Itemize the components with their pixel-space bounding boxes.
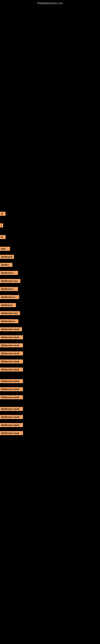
bottleneck-item: Bottleneck r: [0, 270, 100, 275]
bottleneck-label[interactable]: Bottleneck result: [0, 387, 23, 391]
bottleneck-label[interactable]: Bottleneck r: [0, 271, 18, 275]
bottleneck-label[interactable]: Bottleneck result: [0, 407, 23, 411]
bottleneck-label[interactable]: Bottleneck re: [0, 295, 19, 299]
bottleneck-label[interactable]: Bottleneck resu: [0, 311, 20, 315]
bottleneck-item: B: [0, 211, 100, 216]
bottleneck-label[interactable]: Bottleneck re: [0, 319, 18, 323]
bottleneck-item: Bottleneck: [0, 303, 100, 308]
bottleneck-label[interactable]: Bottleneck result: [0, 327, 22, 331]
bottleneck-label[interactable]: Bottlen: [0, 263, 12, 267]
bottleneck-item: Bottleneck result: [0, 422, 100, 428]
bottleneck-item: |: [0, 223, 100, 228]
bottleneck-item: Bottleneck result: [0, 414, 100, 420]
bottleneck-label[interactable]: B: [0, 235, 6, 239]
bottleneck-item: Bottleneck re: [0, 295, 100, 300]
bottleneck-item: Bottleneck result: [0, 395, 100, 400]
bottleneck-label[interactable]: Bottleneck result: [0, 343, 23, 347]
bottleneck-item: Bottleneck result: [0, 343, 100, 348]
bottleneck-label[interactable]: Bottleneck result: [0, 415, 23, 419]
bottleneck-item: Bottleneck result: [0, 359, 100, 364]
bottleneck-label[interactable]: Bottleneck result: [0, 395, 23, 399]
bottleneck-item: Bott: [0, 246, 100, 251]
bottleneck-label[interactable]: Bottleneck result: [0, 423, 23, 427]
bottleneck-label[interactable]: Bottleneck: [0, 255, 14, 259]
bottleneck-items-container: B|BBottBottleneckBottlenBottleneck rBott…: [0, 211, 100, 436]
bottleneck-item: Bottleneck result: [0, 367, 100, 372]
bottleneck-item: Bottleneck resu: [0, 311, 100, 316]
bottleneck-item: Bottleneck result: [0, 335, 100, 340]
site-title: TheBottlenecker.com: [37, 2, 63, 5]
bottleneck-item: Bottleneck re: [0, 319, 100, 324]
bottleneck-item: Bottleneck result: [0, 431, 100, 436]
bottleneck-item: Bottleneck result: [0, 387, 100, 392]
bottleneck-item: Bottleneck resu: [0, 278, 100, 283]
bottleneck-item: Bottlen: [0, 262, 100, 267]
bottleneck-item: Bottleneck result: [0, 379, 100, 384]
bottleneck-item: B: [0, 235, 100, 240]
bottleneck-label[interactable]: Bottleneck r: [0, 287, 18, 291]
bottleneck-item: Bottleneck result: [0, 351, 100, 356]
bottleneck-label[interactable]: Bott: [0, 247, 10, 251]
bottleneck-label[interactable]: |: [0, 224, 3, 228]
bottleneck-label[interactable]: Bottleneck resu: [0, 279, 20, 283]
bottleneck-label[interactable]: Bottleneck result: [0, 379, 23, 383]
bottleneck-label[interactable]: Bottleneck result: [0, 431, 23, 435]
bottleneck-label[interactable]: B: [0, 212, 6, 216]
bottleneck-item: Bottleneck r: [0, 286, 100, 292]
bottleneck-item: Bottleneck: [0, 254, 100, 259]
bottleneck-label[interactable]: Bottleneck result: [0, 368, 23, 372]
bottleneck-item: Bottleneck result: [0, 406, 100, 411]
bottleneck-label[interactable]: Bottleneck: [0, 303, 16, 307]
bottleneck-label[interactable]: Bottleneck result: [0, 335, 23, 339]
bottleneck-label[interactable]: Bottleneck result: [0, 352, 23, 356]
bottleneck-item: Bottleneck result: [0, 327, 100, 332]
bottleneck-label[interactable]: Bottleneck result: [0, 360, 23, 364]
